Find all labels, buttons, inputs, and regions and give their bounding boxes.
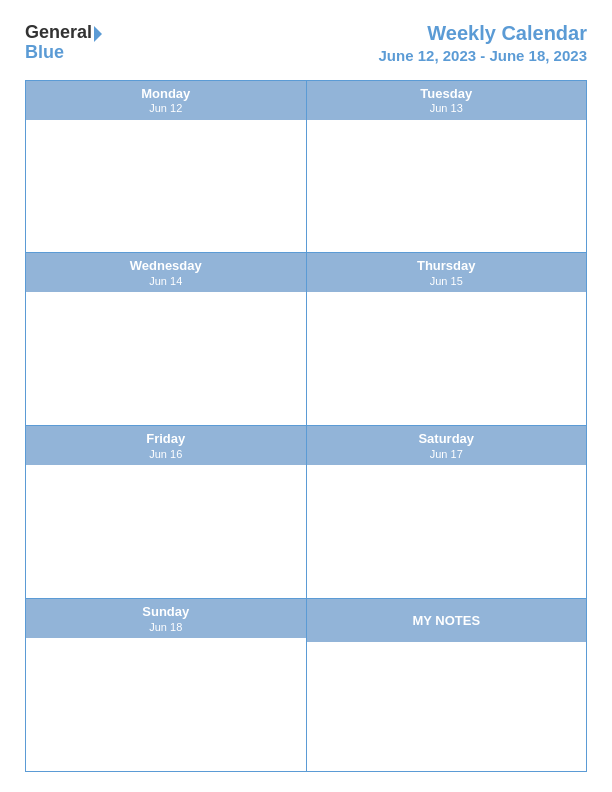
- tuesday-date-label: Jun 13: [307, 102, 587, 115]
- saturday-header: Saturday Jun 17: [307, 426, 587, 465]
- sunday-header: Sunday Jun 18: [26, 599, 306, 638]
- cell-sunday: Sunday Jun 18: [26, 599, 307, 771]
- saturday-date-label: Jun 17: [307, 448, 587, 461]
- cell-notes: MY NOTES: [307, 599, 587, 771]
- calendar-row-4: Sunday Jun 18 MY NOTES: [26, 599, 586, 771]
- logo-general-text: General: [25, 23, 92, 43]
- saturday-day-label: Saturday: [307, 431, 587, 448]
- logo-triangle-icon: [94, 26, 102, 42]
- calendar-row-1: Monday Jun 12 Tuesday Jun 13: [26, 81, 586, 254]
- sunday-day-label: Sunday: [26, 604, 306, 621]
- calendar-date-range: June 12, 2023 - June 18, 2023: [379, 46, 587, 66]
- notes-label: MY NOTES: [307, 613, 587, 628]
- friday-date-label: Jun 16: [26, 448, 306, 461]
- cell-monday: Monday Jun 12: [26, 81, 307, 253]
- wednesday-day-label: Wednesday: [26, 258, 306, 275]
- cell-friday: Friday Jun 16: [26, 426, 307, 598]
- friday-header: Friday Jun 16: [26, 426, 306, 465]
- header: General Blue Weekly Calendar June 12, 20…: [25, 20, 587, 66]
- tuesday-header: Tuesday Jun 13: [307, 81, 587, 120]
- cell-thursday: Thursday Jun 15: [307, 253, 587, 425]
- cell-tuesday: Tuesday Jun 13: [307, 81, 587, 253]
- calendar-title: Weekly Calendar: [379, 20, 587, 46]
- monday-header: Monday Jun 12: [26, 81, 306, 120]
- wednesday-date-label: Jun 14: [26, 275, 306, 288]
- thursday-day-label: Thursday: [307, 258, 587, 275]
- thursday-body: [307, 292, 587, 425]
- thursday-header: Thursday Jun 15: [307, 253, 587, 292]
- cell-wednesday: Wednesday Jun 14: [26, 253, 307, 425]
- notes-header: MY NOTES: [307, 599, 587, 642]
- friday-day-label: Friday: [26, 431, 306, 448]
- calendar-row-3: Friday Jun 16 Saturday Jun 17: [26, 426, 586, 599]
- tuesday-day-label: Tuesday: [307, 86, 587, 103]
- cell-saturday: Saturday Jun 17: [307, 426, 587, 598]
- header-title: Weekly Calendar June 12, 2023 - June 18,…: [379, 20, 587, 66]
- monday-day-label: Monday: [26, 86, 306, 103]
- notes-body: [307, 642, 587, 771]
- saturday-body: [307, 465, 587, 598]
- thursday-date-label: Jun 15: [307, 275, 587, 288]
- logo-blue-text: Blue: [25, 43, 64, 63]
- sunday-body: [26, 638, 306, 771]
- monday-body: [26, 120, 306, 253]
- logo: General Blue: [25, 23, 102, 63]
- tuesday-body: [307, 120, 587, 253]
- wednesday-body: [26, 292, 306, 425]
- wednesday-header: Wednesday Jun 14: [26, 253, 306, 292]
- sunday-date-label: Jun 18: [26, 621, 306, 634]
- calendar-grid: Monday Jun 12 Tuesday Jun 13 Wednesday J…: [25, 80, 587, 773]
- page: General Blue Weekly Calendar June 12, 20…: [0, 0, 612, 792]
- monday-date-label: Jun 12: [26, 102, 306, 115]
- calendar-row-2: Wednesday Jun 14 Thursday Jun 15: [26, 253, 586, 426]
- friday-body: [26, 465, 306, 598]
